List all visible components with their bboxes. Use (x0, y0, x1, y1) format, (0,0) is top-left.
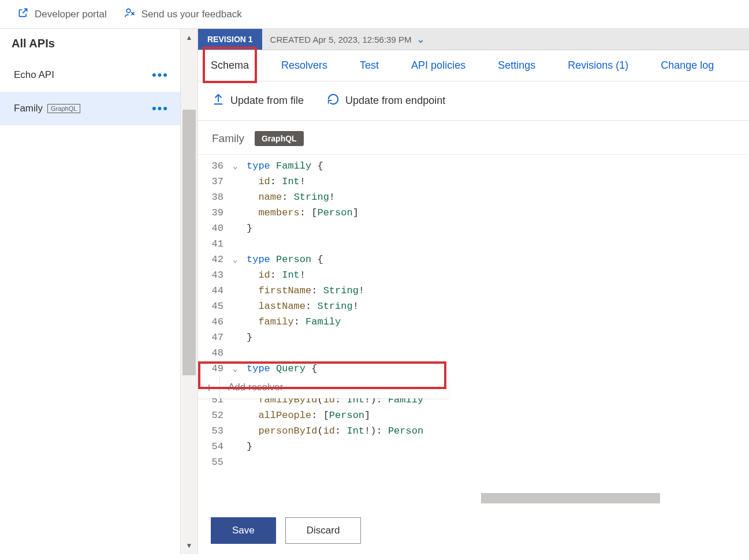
tab-revisions[interactable]: Revisions (1) (565, 50, 631, 81)
code-line[interactable]: 41 (198, 236, 749, 252)
fold-icon[interactable]: ⌄ (233, 161, 247, 171)
code-line[interactable]: 40} (198, 221, 749, 236)
code-line[interactable]: 44 firstName: String! (198, 283, 749, 298)
line-number: 36 (198, 160, 233, 171)
code-content: type Family { (247, 160, 749, 171)
api-name: Family (14, 103, 43, 114)
scroll-thumb[interactable] (182, 110, 196, 375)
code-line[interactable]: 38 name: String! (198, 189, 749, 205)
code-line[interactable]: 52 allPeople: [Person] (198, 408, 749, 423)
more-icon[interactable]: ••• (152, 69, 169, 81)
feedback-label: Send us your feedback (141, 9, 242, 20)
code-content: } (247, 332, 749, 343)
code-line[interactable]: 53 personById(id: Int!): Person (198, 423, 749, 439)
tab-settings[interactable]: Settings (495, 50, 538, 81)
line-number: 55 (198, 457, 233, 468)
graphql-badge: GraphQL (255, 131, 304, 146)
fold-icon[interactable]: ⌄ (233, 255, 247, 264)
line-number: 39 (198, 207, 233, 218)
code-content: type Person { (247, 254, 749, 265)
code-content: members: [Person] (247, 207, 749, 218)
code-line[interactable]: 54} (198, 439, 749, 454)
top-links-bar: Developer portal Send us your feedback (0, 0, 749, 29)
code-line[interactable]: 42⌄type Person { (198, 252, 749, 267)
chevron-down-icon: ⌄ (416, 33, 425, 45)
code-content: allPeople: [Person] (247, 410, 749, 421)
line-number: 44 (198, 285, 233, 296)
code-content: firstName: String! (247, 285, 749, 296)
update-from-endpoint-button[interactable]: Update from endpoint (327, 93, 445, 109)
graphql-badge: GraphQL (47, 104, 80, 113)
code-content: } (247, 441, 749, 452)
sidebar-scrollbar[interactable]: ▲ ▼ (181, 29, 198, 554)
code-content: id: Int! (247, 176, 749, 187)
line-number: 45 (198, 301, 233, 312)
schema-actions: Update from file Update from endpoint (198, 81, 749, 121)
tab-resolvers[interactable]: Resolvers (279, 50, 330, 81)
external-link-icon (17, 7, 29, 21)
code-content: id: Int! (247, 270, 749, 281)
line-number: 53 (198, 425, 233, 436)
update-from-file-button[interactable]: Update from file (212, 93, 304, 109)
sidebar-item-echo-api[interactable]: Echo API ••• (0, 58, 180, 92)
feedback-link[interactable]: Send us your feedback (124, 7, 242, 21)
scroll-up-icon[interactable]: ▲ (186, 33, 193, 42)
line-number: 52 (198, 410, 233, 421)
code-line[interactable]: 39 members: [Person] (198, 205, 749, 221)
line-number: 46 (198, 316, 233, 327)
code-line[interactable]: 45 lastName: String! (198, 298, 749, 314)
code-line[interactable]: 55 (198, 454, 749, 470)
api-name: Echo API (14, 69, 54, 81)
footer-actions: Save Discard (198, 507, 749, 554)
line-number: 41 (198, 238, 233, 249)
code-line[interactable]: 46 family: Family (198, 314, 749, 330)
revision-bar: REVISION 1 CREATED Apr 5, 2023, 12:56:39… (198, 29, 749, 50)
tab-test[interactable]: Test (357, 50, 381, 81)
code-content: } (247, 223, 749, 234)
code-content: lastName: String! (247, 301, 749, 312)
tab-schema[interactable]: Schema (208, 50, 251, 81)
code-line[interactable]: 48 (198, 345, 749, 361)
tab-api-policies[interactable]: API policies (409, 50, 468, 81)
api-sidebar: All APIs Echo API ••• Family GraphQL ••• (0, 29, 181, 554)
code-line[interactable]: 37 id: Int! (198, 174, 749, 189)
code-line[interactable]: 43 id: Int! (198, 267, 749, 283)
line-number: 54 (198, 441, 233, 452)
line-number: 43 (198, 270, 233, 281)
refresh-icon (327, 93, 340, 109)
discard-button[interactable]: Discard (285, 517, 362, 544)
code-content: family: Family (247, 316, 749, 327)
sidebar-item-family[interactable]: Family GraphQL ••• (0, 92, 180, 125)
tabs-bar: Schema Resolvers Test API policies Setti… (198, 50, 749, 81)
svg-point-0 (126, 9, 131, 13)
more-icon[interactable]: ••• (152, 102, 169, 115)
line-number: 37 (198, 176, 233, 187)
code-line[interactable]: 36⌄type Family { (198, 158, 749, 174)
developer-portal-link[interactable]: Developer portal (17, 7, 107, 21)
editor-hscroll[interactable] (481, 493, 660, 503)
developer-portal-label: Developer portal (35, 9, 107, 20)
line-number: 42 (198, 254, 233, 265)
api-title: Family (212, 132, 244, 145)
revision-created[interactable]: CREATED Apr 5, 2023, 12:56:39 PM ⌄ (262, 33, 433, 46)
code-content: name: String! (247, 192, 749, 203)
line-number: 48 (198, 348, 233, 359)
feedback-icon (124, 7, 136, 21)
tab-change-log[interactable]: Change log (658, 50, 716, 81)
api-header: Family GraphQL (198, 121, 749, 154)
highlight-box (198, 361, 446, 389)
schema-editor[interactable]: ＋ Add resolver 36⌄type Family {37 id: In… (198, 154, 749, 507)
line-number: 38 (198, 192, 233, 203)
line-number: 47 (198, 332, 233, 343)
line-number: 40 (198, 223, 233, 234)
code-content: personById(id: Int!): Person (247, 425, 749, 436)
scroll-down-icon[interactable]: ▼ (186, 542, 193, 550)
upload-icon (212, 93, 225, 109)
code-line[interactable]: 47} (198, 330, 749, 345)
sidebar-title: All APIs (0, 29, 180, 58)
save-button[interactable]: Save (211, 517, 276, 544)
